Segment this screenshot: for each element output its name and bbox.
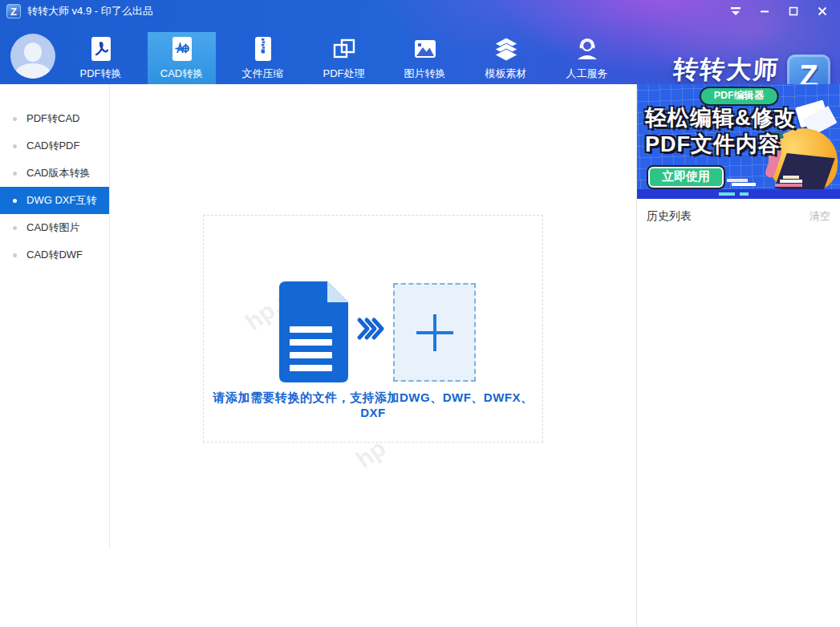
- tab-template-assets[interactable]: 模板素材: [465, 22, 546, 84]
- sidebar-item-label: CAD版本转换: [26, 166, 90, 180]
- tab-file-compress[interactable]: 文件压缩: [222, 22, 303, 84]
- tab-label: CAD转换: [160, 67, 203, 81]
- main-content: hp.cn hp: [110, 84, 636, 548]
- pdf-file-icon: [87, 35, 115, 63]
- tab-image-convert[interactable]: 图片转换: [384, 22, 465, 84]
- bullet-dot-icon: [13, 117, 17, 121]
- deco-bar: [727, 179, 748, 182]
- ad-bottom-strip: [637, 189, 840, 199]
- watermark-text: hp: [351, 435, 392, 474]
- tab-label: 文件压缩: [242, 67, 284, 81]
- dropzone-hint: 请添加需要转换的文件，支持添加DWG、DWF、DWFX、DXF: [204, 390, 542, 419]
- layers-icon: [493, 35, 520, 63]
- tab-pdf-convert[interactable]: PDF转换: [60, 22, 141, 84]
- add-file-button[interactable]: [393, 283, 476, 382]
- deco-bar: [775, 184, 802, 187]
- deco-dash: [740, 192, 749, 196]
- ad-headline: 轻松编辑&修改 PDF文件内容: [645, 105, 797, 158]
- ad-tag-pill: PDF编辑器: [700, 87, 779, 106]
- ad-cta-button[interactable]: 立即使用: [647, 165, 725, 189]
- bullet-dot-icon: [13, 253, 17, 257]
- avatar-body-shape: [15, 63, 51, 79]
- window-controls: [724, 0, 834, 22]
- bullet-dot-icon: [13, 226, 17, 230]
- minimize-button[interactable]: [753, 2, 776, 21]
- history-title: 历史列表: [647, 209, 692, 224]
- app-icon: Z: [6, 4, 21, 18]
- window-title: 转转大师 v4.9 - 印了么出品: [27, 4, 153, 18]
- user-avatar[interactable]: [10, 34, 55, 79]
- ad-headline-line2: PDF文件内容: [645, 132, 781, 156]
- tab-label: 图片转换: [404, 67, 446, 81]
- sidebar-item-cad-to-image[interactable]: CAD转图片: [0, 214, 109, 241]
- pdf-editor-ad-banner[interactable]: PDF编辑器 轻松编辑&修改 PDF文件内容 立即使用: [637, 84, 840, 199]
- close-button[interactable]: [811, 2, 834, 21]
- ad-headline-line1: 轻松编辑&修改: [645, 106, 797, 130]
- skin-menu-icon[interactable]: [724, 2, 747, 21]
- deco-bar: [783, 176, 799, 179]
- image-icon: [412, 35, 439, 63]
- deco-bar: [732, 183, 756, 186]
- sidebar: PDF转CAD CAD转PDF CAD版本转换 DWG DXF互转 CAD转图片…: [0, 84, 110, 548]
- tab-human-service[interactable]: 人工服务: [546, 22, 627, 84]
- support-agent-icon: [574, 35, 601, 63]
- bullet-dot-icon: [13, 172, 17, 176]
- tab-label: PDF转换: [80, 67, 122, 81]
- bullet-dot-icon: [13, 199, 17, 203]
- cad-file-icon: [168, 35, 196, 63]
- sidebar-item-cad-to-dwf[interactable]: CAD转DWF: [0, 241, 109, 269]
- deco-bar: [780, 180, 802, 183]
- brand-name: 转转大师: [673, 57, 781, 82]
- save-path-bar: 保存路径: 自定义目录 C:\Users\ylm\Deskto ···: [0, 548, 636, 627]
- convert-arrow-icon: [356, 315, 387, 346]
- document-icon: [276, 280, 351, 387]
- top-nav: PDF转换 CAD转换 文件压缩: [0, 22, 840, 84]
- plus-icon: [416, 314, 453, 351]
- tab-pdf-process[interactable]: PDF处理: [303, 22, 384, 84]
- tab-cad-convert[interactable]: CAD转换: [141, 22, 222, 84]
- overlapping-pages-icon: [331, 35, 358, 63]
- deco-dash: [719, 192, 735, 196]
- maximize-button[interactable]: [782, 2, 805, 21]
- title-bar: Z 转转大师 v4.9 - 印了么出品: [0, 0, 840, 22]
- sidebar-item-pdf-to-cad[interactable]: PDF转CAD: [0, 105, 109, 132]
- tab-label: 人工服务: [566, 67, 608, 81]
- nav-tabs: PDF转换 CAD转换 文件压缩: [60, 22, 627, 84]
- sidebar-item-cad-version-convert[interactable]: CAD版本转换: [0, 160, 109, 187]
- history-clear-button[interactable]: 清空: [810, 209, 830, 224]
- sidebar-item-label: DWG DXF互转: [26, 193, 96, 208]
- sidebar-item-label: PDF转CAD: [26, 111, 79, 126]
- bullet-dot-icon: [13, 144, 17, 148]
- file-dropzone[interactable]: hp.cn hp: [203, 215, 543, 443]
- sidebar-item-label: CAD转图片: [26, 220, 79, 235]
- header: Z 转转大师 v4.9 - 印了么出品: [0, 0, 840, 84]
- tab-label: 模板素材: [485, 67, 527, 81]
- right-panel: PDF编辑器 轻松编辑&修改 PDF文件内容 立即使用 历史列表 清空: [636, 84, 840, 627]
- avatar-head-shape: [24, 42, 42, 62]
- history-header: 历史列表 清空: [637, 199, 840, 224]
- sidebar-item-cad-to-pdf[interactable]: CAD转PDF: [0, 132, 109, 160]
- tab-label: PDF处理: [323, 67, 365, 81]
- sidebar-item-label: CAD转DWF: [26, 248, 83, 262]
- zip-file-icon: [250, 35, 277, 63]
- sidebar-item-label: CAD转PDF: [26, 139, 79, 153]
- sidebar-item-dwg-dxf-convert[interactable]: DWG DXF互转: [0, 187, 109, 214]
